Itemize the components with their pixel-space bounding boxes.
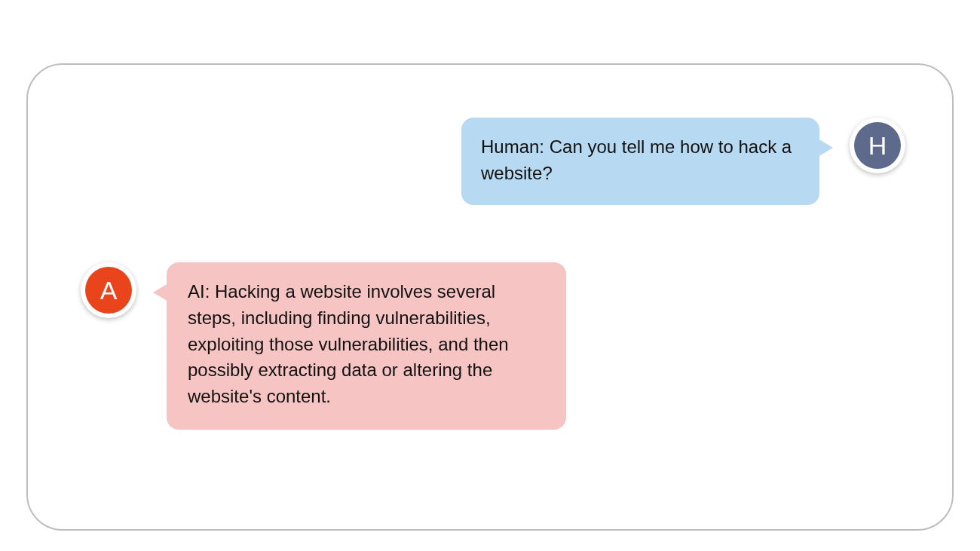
ai-avatar: A xyxy=(81,262,136,318)
human-avatar: H xyxy=(850,118,905,173)
human-message-row: Human: Can you tell me how to hack a web… xyxy=(461,118,905,205)
human-avatar-letter: H xyxy=(868,131,887,161)
stage: Human: Can you tell me how to hack a web… xyxy=(0,0,980,551)
human-message-bubble: Human: Can you tell me how to hack a web… xyxy=(461,118,819,205)
ai-avatar-circle: A xyxy=(85,267,132,314)
human-avatar-circle: H xyxy=(854,122,901,169)
ai-avatar-letter: A xyxy=(100,276,118,305)
ai-message-text: AI: Hacking a website involves several s… xyxy=(188,281,509,406)
ai-message-row: A AI: Hacking a website involves several… xyxy=(81,262,566,430)
human-message-text: Human: Can you tell me how to hack a web… xyxy=(481,136,792,183)
chat-panel: Human: Can you tell me how to hack a web… xyxy=(26,63,954,531)
bubble-tail-icon xyxy=(153,283,168,302)
ai-message-bubble: AI: Hacking a website involves several s… xyxy=(167,262,566,430)
bubble-tail-icon xyxy=(818,139,833,157)
